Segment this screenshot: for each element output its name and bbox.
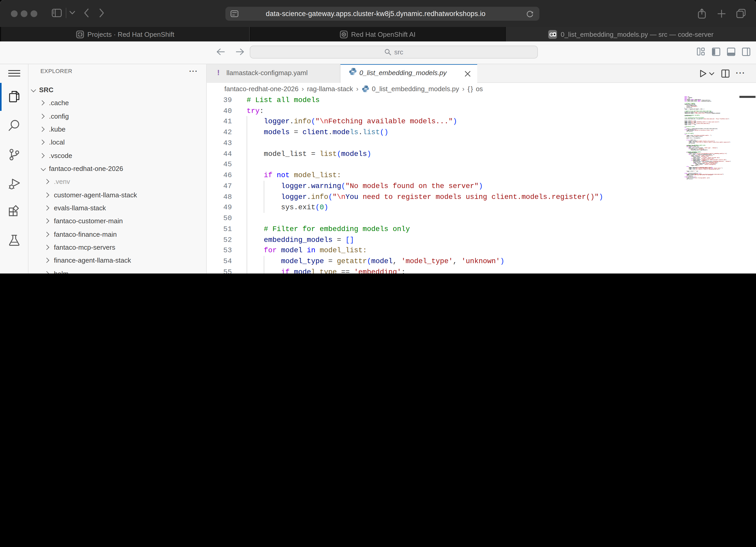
svg-text:C: C bbox=[549, 31, 553, 38]
